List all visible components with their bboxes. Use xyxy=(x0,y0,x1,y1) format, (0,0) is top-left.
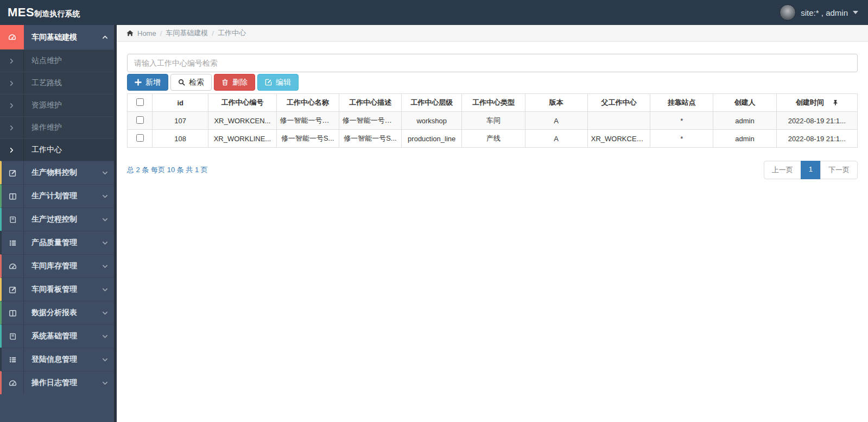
column-header: 工作中心类型 xyxy=(462,94,525,112)
table-cell: 车间 xyxy=(462,112,525,130)
sidebar-scrollbar[interactable] xyxy=(114,25,117,422)
chevron-right-icon xyxy=(0,72,24,94)
next-page-button[interactable]: 下一页 xyxy=(820,161,858,179)
sidebar-subitem[interactable]: 资源维护 xyxy=(0,94,117,116)
user-menu[interactable]: site:* , admin xyxy=(780,4,858,21)
top-navbar: MES 制造执行系统 site:* , admin xyxy=(0,0,868,25)
chevron-right-icon xyxy=(0,50,24,72)
edit-square-icon xyxy=(2,278,24,301)
table-row[interactable]: 108XR_WORKLINE...修一智能一号S...修一智能一号S...pro… xyxy=(128,130,858,148)
sidebar-item-label: 生产物料控制 xyxy=(24,168,102,178)
column-header: 父工作中心 xyxy=(587,94,650,112)
sidebar-item[interactable]: 生产物料控制 xyxy=(0,161,117,184)
column-header: 创建人 xyxy=(713,94,776,112)
sidebar-submenu: 站点维护工艺路线资源维护操作维护工作中心 xyxy=(0,49,117,161)
search-input[interactable] xyxy=(127,54,858,72)
table-cell: A xyxy=(525,112,587,130)
row-checkbox[interactable] xyxy=(136,134,144,142)
app-logo: MES 制造执行系统 xyxy=(8,5,80,20)
sidebar-item[interactable]: 系统基础管理 xyxy=(0,324,117,348)
table-cell: 产线 xyxy=(462,130,525,148)
search-button[interactable]: 检索 xyxy=(170,74,212,91)
table-cell: XR_WORKCEN... xyxy=(208,112,276,130)
add-button[interactable]: 新增 xyxy=(127,74,168,91)
chevron-right-icon xyxy=(0,117,24,138)
sidebar-subitem[interactable]: 工作中心 xyxy=(0,138,117,161)
table-cell: 修一智能一号S... xyxy=(339,130,401,148)
sidebar-item[interactable]: 操作日志管理 xyxy=(0,371,117,394)
sidebar-subitem[interactable]: 工艺路线 xyxy=(0,72,117,94)
sidebar-item[interactable]: 数据分析报表 xyxy=(0,301,117,324)
sidebar: 车间基础建模 站点维护工艺路线资源维护操作维护工作中心 生产物料控制生产计划管理… xyxy=(0,25,117,422)
delete-button[interactable]: 删除 xyxy=(214,74,255,91)
chevron-up-icon xyxy=(102,34,108,40)
sidebar-item[interactable]: 登陆信息管理 xyxy=(0,348,117,371)
button-label: 删除 xyxy=(232,78,248,87)
page-body: 新增检索删除编辑 id工作中心编号工作中心名称工作中心描述工作中心层级工作中心类… xyxy=(117,42,868,179)
pagination: 上一页 1 下一页 xyxy=(764,161,858,179)
sidebar-item-label: 车间库存管理 xyxy=(24,261,102,271)
breadcrumb-separator: / xyxy=(160,29,162,37)
sidebar-item[interactable]: 车间看板管理 xyxy=(0,278,117,301)
button-label: 新增 xyxy=(145,78,161,87)
column-header: 创建时间 xyxy=(776,94,857,112)
table-cell: production_line xyxy=(402,130,462,148)
chevron-down-icon xyxy=(102,310,108,316)
sidebar-item[interactable]: 生产计划管理 xyxy=(0,184,117,207)
table-cell: admin xyxy=(713,112,776,130)
sidebar-item-label: 车间基础建模 xyxy=(24,33,102,42)
pin-icon xyxy=(833,99,838,106)
row-checkbox[interactable] xyxy=(136,116,144,124)
table-cell: * xyxy=(650,130,713,148)
toolbar: 新增检索删除编辑 xyxy=(127,74,858,91)
book-icon xyxy=(2,208,24,231)
column-header-time: 创建时间 xyxy=(780,98,854,108)
sidebar-subitem[interactable]: 操作维护 xyxy=(0,116,117,138)
breadcrumb-separator: / xyxy=(212,29,214,37)
page-1-button[interactable]: 1 xyxy=(801,161,821,179)
sidebar-item-workshop-modeling[interactable]: 车间基础建模 xyxy=(0,25,117,49)
chevron-down-icon xyxy=(102,193,108,199)
sidebar-subitem[interactable]: 站点维护 xyxy=(0,49,117,72)
breadcrumb-item[interactable]: 工作中心 xyxy=(218,28,246,38)
table-cell: XR_WORKLINE... xyxy=(208,130,276,148)
column-header: 工作中心编号 xyxy=(208,94,276,112)
chevron-right-icon xyxy=(0,139,24,161)
table-cell: 2022-08-19 21:1... xyxy=(776,130,857,148)
sidebar-item[interactable]: 生产过程控制 xyxy=(0,207,117,231)
table-row[interactable]: 107XR_WORKCEN...修一智能一号车间修一智能一号车间workshop… xyxy=(128,112,858,130)
sidebar-item-label: 车间看板管理 xyxy=(24,285,102,294)
edit-icon xyxy=(265,79,272,86)
list-icon xyxy=(2,231,24,254)
chevron-down-icon xyxy=(102,333,108,339)
content-area: Home/车间基础建模/工作中心 新增检索删除编辑 id工作中心编号工作中心名称… xyxy=(117,25,868,422)
sidebar-item[interactable]: 车间库存管理 xyxy=(0,254,117,278)
chevron-down-icon xyxy=(102,240,108,246)
breadcrumb-item[interactable]: Home xyxy=(137,29,156,37)
dashboard-icon xyxy=(2,255,24,278)
sidebar-item-label: 操作日志管理 xyxy=(24,378,102,388)
sidebar-subitem-label: 工艺路线 xyxy=(24,78,117,88)
table-cell: 107 xyxy=(153,112,208,130)
column-header: 工作中心层级 xyxy=(402,94,462,112)
work-center-table: id工作中心编号工作中心名称工作中心描述工作中心层级工作中心类型版本父工作中心挂… xyxy=(127,93,858,148)
trash-icon xyxy=(221,79,229,86)
breadcrumb-items: Home/车间基础建模/工作中心 xyxy=(137,28,246,38)
edit-button[interactable]: 编辑 xyxy=(257,74,299,91)
sidebar-item-label: 数据分析报表 xyxy=(24,308,102,318)
column-header: 工作中心名称 xyxy=(276,94,339,112)
sidebar-subitem-label: 资源维护 xyxy=(24,100,117,110)
breadcrumb-item[interactable]: 车间基础建模 xyxy=(166,28,208,38)
dashboard-icon xyxy=(0,25,24,49)
prev-page-button[interactable]: 上一页 xyxy=(764,161,801,179)
select-all-checkbox[interactable] xyxy=(136,98,144,106)
list-icon xyxy=(2,348,24,371)
logo-text-secondary: 制造执行系统 xyxy=(34,9,80,19)
breadcrumb: Home/车间基础建模/工作中心 xyxy=(117,25,868,42)
select-all-header xyxy=(128,94,153,112)
table-header-row: id工作中心编号工作中心名称工作中心描述工作中心层级工作中心类型版本父工作中心挂… xyxy=(128,94,858,112)
sidebar-item[interactable]: 产品质量管理 xyxy=(0,231,117,254)
pagination-summary: 总 2 条 每页 10 条 共 1 页 xyxy=(127,165,208,175)
sidebar-item-label: 系统基础管理 xyxy=(24,331,102,341)
edit-square-icon xyxy=(2,161,24,184)
